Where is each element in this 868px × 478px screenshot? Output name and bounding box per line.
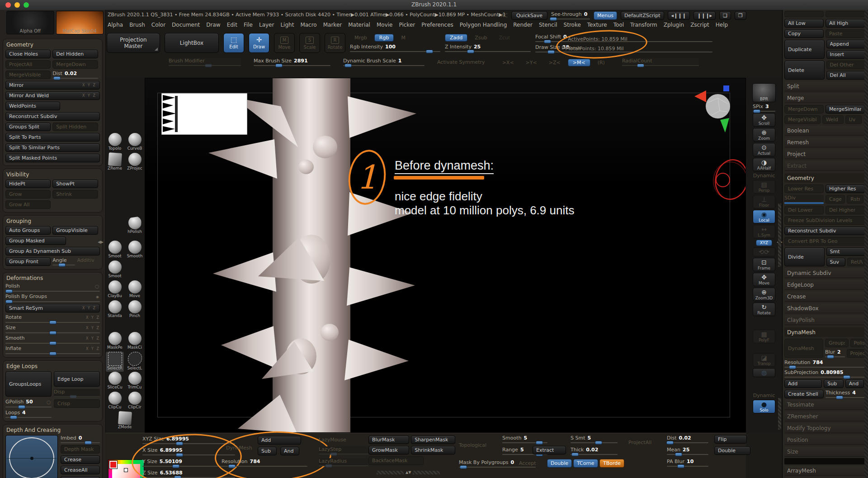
polish-by-groups-slider[interactable]: Polish By Groups◉ bbox=[5, 293, 100, 302]
mergevisible-button[interactable]: MergeVisible bbox=[5, 71, 51, 79]
flip-double-button[interactable]: Double bbox=[714, 446, 750, 455]
move-brush[interactable]: Move bbox=[126, 280, 144, 300]
delete-button[interactable]: Delete bbox=[784, 61, 825, 80]
scroll-button[interactable]: ✥Scroll bbox=[753, 113, 775, 127]
boolean-subpalette[interactable]: Boolean bbox=[784, 126, 866, 136]
group-as-dynamesh-sub-button[interactable]: Group As Dynamesh Sub bbox=[5, 247, 100, 256]
dynamesh-groups-button[interactable]: Groups bbox=[825, 339, 849, 347]
color-picker[interactable] bbox=[108, 459, 144, 478]
shelf-scroll-strip-upper[interactable] bbox=[778, 204, 781, 267]
cut-top-button-right[interactable] bbox=[826, 11, 865, 17]
polish-slider[interactable]: Polish◯ bbox=[5, 283, 100, 292]
z-intensity-slider[interactable]: Z Intensity25 bbox=[445, 44, 531, 52]
projectall-button[interactable]: ProjectAll bbox=[5, 60, 51, 69]
create-shell-button[interactable]: Create Shell bbox=[784, 390, 824, 398]
del-all-button[interactable]: Del All bbox=[826, 71, 867, 80]
trimcu-brush[interactable]: TrimCu bbox=[126, 372, 144, 392]
ssmt-slider[interactable]: S Smt5 bbox=[571, 435, 618, 443]
all-high-button[interactable]: All High bbox=[826, 19, 865, 28]
maskci-brush[interactable]: MaskCi bbox=[126, 332, 144, 352]
scale-mode-button[interactable]: SScale bbox=[299, 33, 320, 53]
paste-button[interactable]: Paste bbox=[826, 29, 865, 38]
menus-toggle[interactable]: Menus bbox=[594, 11, 617, 20]
extract-button[interactable]: Extract bbox=[533, 446, 566, 454]
visibility-section-title[interactable]: Visibility bbox=[5, 171, 102, 180]
higher-res-button[interactable]: Higher Res bbox=[826, 185, 865, 193]
bottom-tray-resize-handle[interactable]: ▲▼ bbox=[377, 470, 449, 474]
blurmask-button[interactable]: BlurMask bbox=[368, 435, 409, 444]
doc-next-icon[interactable]: ❐ bbox=[735, 11, 746, 20]
groupvisible-button[interactable]: GroupVisible bbox=[52, 226, 98, 235]
z-size-slider[interactable]: Z Size6.53688 bbox=[142, 470, 235, 478]
dynamesh-blur-slider[interactable]: Blur2 bbox=[825, 349, 845, 357]
position-subpalette[interactable]: Position bbox=[784, 435, 866, 445]
depth-section-title[interactable]: Depth And Creasing bbox=[5, 426, 102, 435]
defaultzscript-button[interactable]: DefaultZScript bbox=[621, 11, 664, 20]
geometry-palette-title[interactable]: Geometry bbox=[784, 173, 866, 183]
menu-marker[interactable]: Marker bbox=[323, 22, 342, 28]
mrgb-button[interactable]: Mrgb bbox=[350, 34, 372, 41]
creaseall-button[interactable]: CreaseAll bbox=[61, 466, 100, 474]
split-to-parts-button[interactable]: Split To Parts bbox=[5, 133, 100, 142]
size-slider[interactable]: SizeX Y Z bbox=[5, 325, 100, 333]
flip-button[interactable]: Flip bbox=[714, 435, 747, 444]
smooth-brush[interactable]: Smooth bbox=[126, 241, 144, 260]
rotate-mode-button[interactable]: RRotate bbox=[325, 33, 345, 53]
topolo-brush[interactable]: Topolo bbox=[106, 133, 124, 153]
dynamesh-label[interactable]: DynaMesh bbox=[226, 445, 252, 451]
actual-button[interactable]: ⊙Actual bbox=[753, 143, 775, 156]
uv-button[interactable]: Uv bbox=[845, 115, 862, 124]
smoot-brush[interactable]: Smoot bbox=[106, 241, 124, 260]
hidept-button[interactable]: HidePt bbox=[5, 180, 51, 188]
menu-zplugin[interactable]: Zplugin bbox=[664, 22, 684, 28]
alpha-preview-thumbnail[interactable] bbox=[161, 93, 247, 135]
zcut-button[interactable]: Zcut bbox=[494, 34, 514, 41]
menu-transform[interactable]: Transform bbox=[630, 22, 657, 28]
see-through-slider[interactable]: See-through0 bbox=[551, 11, 590, 19]
mergedown-button[interactable]: MergeDown bbox=[52, 60, 98, 69]
lazystep-slider[interactable]: LazyStep bbox=[319, 446, 368, 454]
rgb-button[interactable]: Rgb bbox=[374, 34, 394, 42]
append-button[interactable]: Append bbox=[826, 40, 867, 48]
claypolish-subpalette[interactable]: ClayPolish bbox=[784, 315, 866, 325]
groupsloops-button[interactable]: GroupsLoops bbox=[5, 371, 52, 397]
persp-button[interactable]: ▤Persp bbox=[753, 180, 775, 194]
smoot-brush[interactable]: Smoot bbox=[106, 260, 124, 280]
menu-help[interactable]: Help bbox=[716, 22, 728, 28]
close-holes-button[interactable]: Close Holes bbox=[5, 50, 51, 58]
grow-button[interactable]: Grow bbox=[5, 190, 51, 199]
crisp-button[interactable]: Crisp bbox=[54, 399, 100, 408]
projection-master-button[interactable]: Projection Master bbox=[107, 33, 160, 53]
del-lower-button[interactable]: Del Lower bbox=[784, 206, 824, 214]
depth-mask-button[interactable]: Depth Mask bbox=[61, 445, 100, 454]
zadd-button[interactable]: Zadd bbox=[445, 34, 467, 42]
backfacemask-button[interactable]: BackfaceMask bbox=[368, 456, 424, 465]
imbed-slider[interactable]: Imbed0 bbox=[61, 435, 100, 443]
menu-file[interactable]: File bbox=[244, 22, 253, 28]
move-3d-button[interactable]: ✥Move bbox=[753, 273, 775, 286]
merge-subpalette[interactable]: Merge bbox=[784, 93, 866, 103]
lightbox-button[interactable]: LightBox bbox=[165, 33, 219, 53]
reconstruct-subdiv-button[interactable]: Reconstruct Subdiv bbox=[5, 112, 100, 121]
weld-button[interactable]: Weld bbox=[822, 115, 844, 124]
slicecu-brush[interactable]: SliceCu bbox=[106, 372, 124, 392]
hpolish-brush[interactable]: hPolish bbox=[126, 216, 144, 236]
deformations-section-title[interactable]: Deformations bbox=[5, 274, 102, 283]
thickness-slider[interactable]: Thickness4 bbox=[826, 390, 865, 398]
current-material-thumbnail[interactable]: MatCap Skin04 bbox=[56, 11, 104, 34]
rotate-3d-button[interactable]: ↻Rotate bbox=[753, 303, 775, 316]
x-button[interactable]: >X< bbox=[498, 59, 519, 66]
r-button[interactable]: (R) bbox=[593, 59, 609, 66]
selectl-brush[interactable]: SelectL bbox=[126, 352, 144, 372]
copy-button[interactable]: Copy bbox=[784, 29, 824, 38]
zoom3d-button[interactable]: ⊕Zoom3D bbox=[753, 288, 775, 301]
topological-label[interactable]: Topological bbox=[459, 442, 486, 448]
projectall-button[interactable]: ProjectAll bbox=[628, 440, 651, 445]
lazyradius-slider[interactable]: LazyRadius bbox=[319, 458, 368, 466]
depth-embed-widget[interactable] bbox=[5, 435, 58, 478]
zreme-brush[interactable]: ZReme bbox=[106, 153, 124, 173]
doc-prev-icon[interactable]: ❏ bbox=[719, 11, 731, 20]
dynamesh-palette-title[interactable]: DynaMesh bbox=[784, 327, 866, 337]
group-masked-button[interactable]: Group Masked bbox=[5, 237, 66, 245]
menu-light[interactable]: Light bbox=[280, 22, 294, 28]
